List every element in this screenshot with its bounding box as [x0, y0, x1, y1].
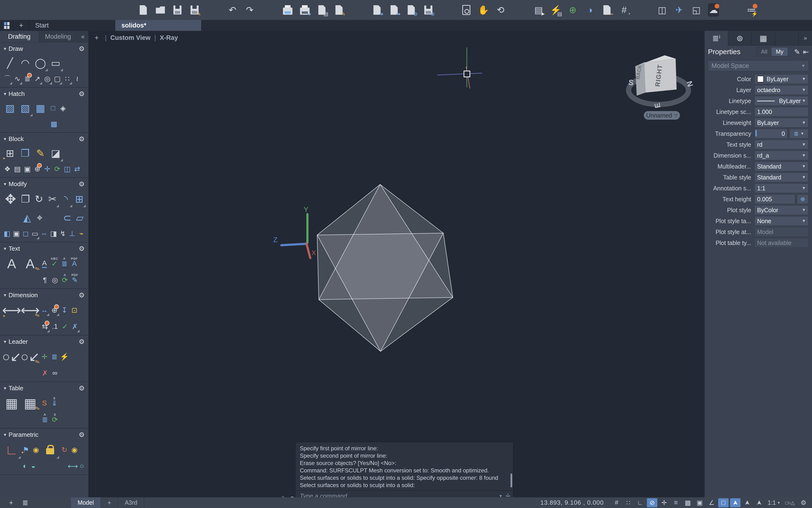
text-update-tool[interactable]: A⟳ — [60, 274, 70, 286]
join-tool[interactable]: ⇔ — [39, 227, 49, 240]
plot-style-field[interactable]: ByColor▼ — [755, 205, 808, 215]
scale-tool[interactable]: ◻ — [21, 227, 30, 240]
disclosure-triangle-icon[interactable]: ▾ — [4, 385, 6, 391]
preview-button[interactable]: ◱ — [691, 3, 702, 16]
align-tool[interactable]: ⊥ — [68, 227, 77, 240]
select-similar-tool[interactable]: ⌖ — [34, 209, 46, 226]
zoom-window-button[interactable] — [461, 3, 472, 16]
save-to-web-button[interactable]: ⊕ — [423, 3, 434, 16]
tab-properties[interactable]: ≣ⁱ — [705, 31, 728, 46]
revision-cloud-tool[interactable]: ▢ — [52, 72, 62, 85]
transparency-slider[interactable]: 0 — [755, 129, 787, 138]
save-button[interactable] — [172, 3, 183, 16]
action-items-button[interactable]: ≔⚡ — [746, 3, 757, 16]
measure-tool[interactable]: ↗ — [32, 72, 42, 85]
annotation-visibility-toggle[interactable]: ➤ — [742, 498, 752, 507]
annotation-s--field[interactable]: 1:1▼ — [755, 183, 808, 193]
multileader--field[interactable]: Standard▼ — [755, 162, 808, 171]
create-block-tool[interactable]: ❐ — [17, 144, 33, 162]
pick-text-height-button[interactable]: ⊕ — [797, 195, 808, 204]
polar-tracking-toggle[interactable]: ⊘ — [647, 498, 657, 507]
command-input-row[interactable]: Type a command ▾ — [296, 490, 513, 497]
mirror-tool[interactable]: ◭ — [21, 209, 34, 226]
move-tool[interactable]: ✥ — [2, 190, 19, 208]
print-button[interactable] — [282, 3, 293, 16]
gear-icon[interactable]: ⚙ — [79, 45, 85, 53]
purge-button[interactable]: ⌁ — [602, 3, 612, 16]
tab-modeling[interactable]: Modeling — [39, 31, 77, 42]
save-block-tool[interactable]: ▣ — [22, 163, 32, 175]
replace-block-tool[interactable]: ⇄ — [72, 163, 82, 175]
tab-empty[interactable] — [775, 31, 799, 46]
dimension-s--field[interactable]: rd_a▼ — [755, 151, 808, 160]
viewport-layout-button[interactable] — [0, 20, 13, 31]
single-line-text-tool[interactable]: A — [39, 257, 49, 270]
wipeout-tool[interactable]: ◈ — [58, 102, 68, 114]
center-mark-tool[interactable]: ⊕ — [49, 304, 60, 316]
tab-solidos[interactable]: solidos* — [115, 20, 201, 31]
tool-sets-button[interactable]: ▤➤ — [533, 3, 544, 16]
linetype-sc--field[interactable]: 1.000 — [755, 107, 808, 117]
layer-field[interactable]: octaedro▼ — [755, 85, 808, 95]
object-snap-toggle[interactable]: ✛ — [659, 498, 669, 507]
multileader-style-tool[interactable]: ○↙✎ — [21, 347, 39, 366]
viewport-add-button[interactable]: + — [94, 34, 99, 42]
plot-style-edit-button[interactable]: ✎ — [334, 3, 345, 16]
cell-style-tool[interactable]: A≣ — [40, 413, 50, 426]
add-layout-button[interactable]: + — [101, 497, 118, 508]
multiline-text-tool[interactable]: A — [2, 254, 21, 273]
text-columns-tool[interactable]: ¶ — [40, 274, 50, 286]
ellipse-tool[interactable]: ◎ — [42, 72, 52, 85]
text-height-field[interactable]: 0.005 — [755, 195, 795, 204]
transparency-display-toggle[interactable]: ▩ — [683, 498, 693, 507]
snap-mode-toggle[interactable]: ∷ — [623, 498, 633, 507]
pdf-text-settings-tool[interactable]: PDF✎ — [70, 274, 80, 286]
view-control[interactable]: Custom View — [111, 34, 151, 42]
add-selected-tool[interactable]: ✛ — [42, 163, 52, 175]
show-dynamic-tool[interactable]: ○ — [78, 460, 86, 472]
workspace-switching-icon[interactable]: □○△ — [783, 498, 797, 507]
visual-style-control[interactable]: X-Ray — [160, 34, 178, 42]
lineweight-display-toggle[interactable]: ≡ — [671, 498, 681, 507]
tab-attachments[interactable]: ⊚ — [728, 31, 752, 46]
edit-properties-icon[interactable]: ✎ — [794, 48, 800, 56]
array-tool[interactable]: ⊞ — [72, 190, 86, 208]
multiline-tool[interactable]: ≣ — [22, 72, 32, 85]
insert-block-tool[interactable]: ⊞✦ — [2, 144, 17, 162]
undo-button[interactable]: ↶ — [227, 3, 238, 16]
named-view-dropdown[interactable]: Unnamed ▽ — [644, 111, 680, 120]
filter-all-button[interactable]: All — [757, 47, 772, 56]
layout-compare-button[interactable]: ◫ — [657, 3, 667, 16]
gear-icon[interactable]: ⚙ — [79, 245, 85, 253]
chevron-down-icon[interactable]: ▾ — [500, 493, 502, 497]
text-style-field[interactable]: rd▼ — [755, 140, 808, 149]
disclosure-triangle-icon[interactable]: ▾ — [4, 181, 6, 187]
trim-tool[interactable]: ✂ — [46, 190, 59, 208]
new-layout-button[interactable]: + — [9, 499, 13, 507]
copy-tool[interactable]: ❐ — [19, 190, 32, 208]
tolerance-tool[interactable]: .1 — [50, 320, 60, 333]
geometric-constraints-tool[interactable]: ∟ — [2, 440, 21, 459]
lineweight-field[interactable]: ByLayer▼ — [755, 118, 808, 127]
table-style-tool[interactable]: ▦✎ — [21, 394, 39, 412]
edit-attributes-tool[interactable]: ◪ — [48, 144, 63, 162]
show-constraints-tool[interactable]: ◉ — [31, 443, 41, 456]
drawing-viewport[interactable]: Y Z X + | Custom View | X-Ray RIGH — [88, 31, 704, 497]
disclosure-triangle-icon[interactable]: ▾ — [4, 339, 6, 344]
command-scrollbar[interactable] — [510, 474, 512, 488]
constraint-cycle-tool[interactable]: ↻ — [60, 443, 69, 456]
disclosure-triangle-icon[interactable]: ▾ — [4, 432, 6, 437]
command-lookup-button[interactable]: ⚡▤ — [550, 3, 561, 16]
more-tabs-button[interactable]: » — [799, 31, 812, 46]
isometric-drafting-toggle[interactable]: ∠ — [706, 498, 717, 507]
constraint-settings-tool[interactable]: ⚑✦ — [21, 443, 31, 456]
find-text-tool[interactable]: ◎ — [50, 274, 60, 286]
plot-style-ta--field[interactable]: None▼ — [755, 216, 808, 226]
new-drawing-tab-button[interactable]: + — [13, 20, 29, 31]
hatch-tool[interactable]: ▨ — [2, 99, 17, 117]
point-tool[interactable]: ∷ — [62, 72, 72, 85]
linetype-field[interactable]: ByLayer▼ — [755, 96, 808, 105]
collect-leaders-tool[interactable]: ∞ — [50, 367, 60, 379]
dynamic-ucs-toggle[interactable]: □ — [718, 498, 729, 507]
remove-leader-tool[interactable]: ✗ — [40, 367, 50, 379]
